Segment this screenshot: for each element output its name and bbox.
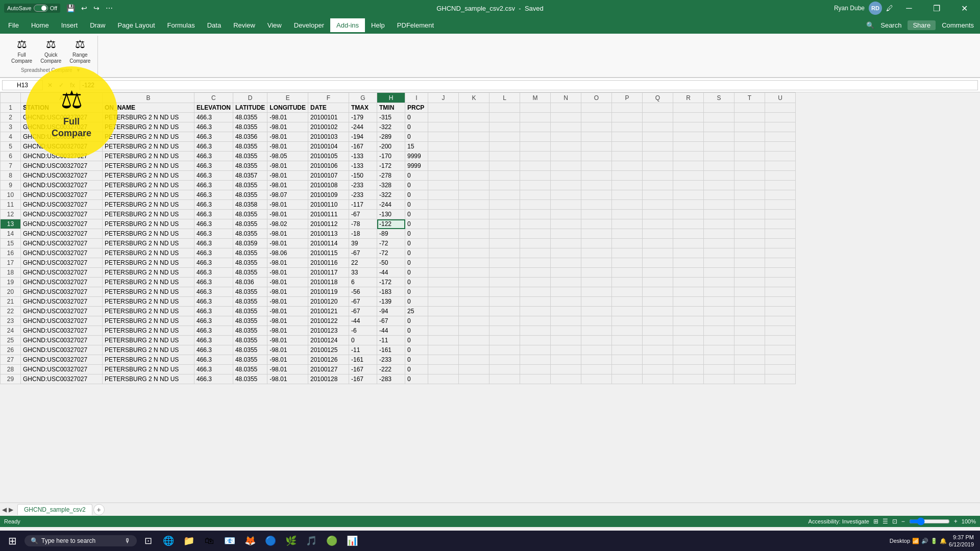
cell-K13[interactable] xyxy=(459,219,489,229)
cell-K26[interactable] xyxy=(459,345,489,355)
tab-home[interactable]: Home xyxy=(25,18,55,32)
cell-H18[interactable]: -44 xyxy=(377,268,405,278)
row-header-6[interactable]: 6 xyxy=(1,152,21,161)
cell-M19[interactable] xyxy=(520,278,551,287)
cell-B5[interactable]: PETERSBURG 2 N ND US xyxy=(103,142,194,152)
cell-O17[interactable] xyxy=(581,258,612,268)
cell-C27[interactable]: 466.3 xyxy=(194,355,233,365)
cell-J6[interactable] xyxy=(428,152,459,161)
cell-F21[interactable]: 20100120 xyxy=(308,297,349,307)
cell-E22[interactable]: -98.01 xyxy=(267,307,308,316)
col-header-K[interactable]: K xyxy=(459,93,489,103)
cell-G25[interactable]: 0 xyxy=(349,336,377,345)
cell-T6[interactable] xyxy=(734,152,765,161)
cell-Q11[interactable] xyxy=(643,200,673,210)
cell-K19[interactable] xyxy=(459,278,489,287)
cell-R21[interactable] xyxy=(673,297,704,307)
cell-L18[interactable] xyxy=(489,268,520,278)
cell-M16[interactable] xyxy=(520,248,551,258)
cell-N8[interactable] xyxy=(551,171,581,181)
cell-F23[interactable]: 20100122 xyxy=(308,316,349,326)
cell-T4[interactable] xyxy=(734,132,765,142)
cell-F16[interactable]: 20100115 xyxy=(308,248,349,258)
cell-R16[interactable] xyxy=(673,248,704,258)
cell-O24[interactable] xyxy=(581,326,612,336)
cell-L23[interactable] xyxy=(489,316,520,326)
cell-C22[interactable]: 466.3 xyxy=(194,307,233,316)
scroll-tabs-left[interactable]: ◀ xyxy=(2,506,7,513)
cell-P26[interactable] xyxy=(612,345,643,355)
cell-B29[interactable]: PETERSBURG 2 N ND US xyxy=(103,374,194,384)
cell-B22[interactable]: PETERSBURG 2 N ND US xyxy=(103,307,194,316)
cell-S24[interactable] xyxy=(704,326,734,336)
cell-G23[interactable]: -44 xyxy=(349,316,377,326)
cell-A28[interactable]: GHCND:USC00327027 xyxy=(21,365,103,374)
row-header-1[interactable]: 1 xyxy=(1,103,21,113)
cell-M10[interactable] xyxy=(520,190,551,200)
cell-A20[interactable]: GHCND:USC00327027 xyxy=(21,287,103,297)
cell-D16[interactable]: 48.0355 xyxy=(233,248,267,258)
cell-L5[interactable] xyxy=(489,142,520,152)
cell-O9[interactable] xyxy=(581,181,612,190)
cell-C1[interactable]: ELEVATION xyxy=(194,103,233,113)
row-header-21[interactable]: 21 xyxy=(1,297,21,307)
cell-H14[interactable]: -89 xyxy=(377,229,405,239)
taskbar-clock[interactable]: 9:37 PM 6/12/2019 xyxy=(949,534,974,548)
cell-P22[interactable] xyxy=(612,307,643,316)
cell-P15[interactable] xyxy=(612,239,643,248)
cell-B13[interactable]: PETERSBURG 2 N ND US xyxy=(103,219,194,229)
cell-C7[interactable]: 466.3 xyxy=(194,161,233,171)
cell-G7[interactable]: -133 xyxy=(349,161,377,171)
cell-D6[interactable]: 48.0355 xyxy=(233,152,267,161)
cell-S3[interactable] xyxy=(704,122,734,132)
autosave-switch[interactable] xyxy=(34,5,48,12)
cell-I2[interactable]: 0 xyxy=(405,113,428,122)
cell-Q3[interactable] xyxy=(643,122,673,132)
col-header-I[interactable]: I xyxy=(405,93,428,103)
cell-G16[interactable]: -67 xyxy=(349,248,377,258)
cell-U6[interactable] xyxy=(765,152,796,161)
tab-formulas[interactable]: Formulas xyxy=(161,18,201,32)
cell-J21[interactable] xyxy=(428,297,459,307)
cell-K28[interactable] xyxy=(459,365,489,374)
cell-H11[interactable]: -244 xyxy=(377,200,405,210)
cell-U18[interactable] xyxy=(765,268,796,278)
cell-J7[interactable] xyxy=(428,161,459,171)
ribbon-collapse-icon[interactable]: 🖊 xyxy=(886,4,893,12)
cell-K11[interactable] xyxy=(459,200,489,210)
cell-U15[interactable] xyxy=(765,239,796,248)
cell-U7[interactable] xyxy=(765,161,796,171)
cell-C19[interactable]: 466.3 xyxy=(194,278,233,287)
cell-T23[interactable] xyxy=(734,316,765,326)
cell-R20[interactable] xyxy=(673,287,704,297)
cell-L14[interactable] xyxy=(489,229,520,239)
cell-Q7[interactable] xyxy=(643,161,673,171)
cell-R19[interactable] xyxy=(673,278,704,287)
cell-G20[interactable]: -56 xyxy=(349,287,377,297)
cell-Q19[interactable] xyxy=(643,278,673,287)
cell-I10[interactable]: 0 xyxy=(405,190,428,200)
row-header-28[interactable]: 28 xyxy=(1,365,21,374)
app-icon-1[interactable]: 🟢 xyxy=(323,532,341,550)
close-button[interactable]: ✕ xyxy=(952,0,976,16)
cell-L16[interactable] xyxy=(489,248,520,258)
cell-B15[interactable]: PETERSBURG 2 N ND US xyxy=(103,239,194,248)
cell-P28[interactable] xyxy=(612,365,643,374)
cell-M25[interactable] xyxy=(520,336,551,345)
cell-P7[interactable] xyxy=(612,161,643,171)
cell-R22[interactable] xyxy=(673,307,704,316)
formula-input[interactable] xyxy=(80,80,978,90)
cell-H1[interactable]: TMIN xyxy=(377,103,405,113)
cell-Q29[interactable] xyxy=(643,374,673,384)
cell-Q22[interactable] xyxy=(643,307,673,316)
redo-icon[interactable]: ↪ xyxy=(91,3,102,13)
cell-U8[interactable] xyxy=(765,171,796,181)
edge-icon[interactable]: 🌐 xyxy=(159,532,178,550)
taskbar-search[interactable]: 🔍 Type here to search 🎙 xyxy=(24,535,137,546)
cell-H2[interactable]: -315 xyxy=(377,113,405,122)
cell-A4[interactable]: GHCND:USC00327027 xyxy=(21,132,103,142)
cell-A24[interactable]: GHCND:USC00327027 xyxy=(21,326,103,336)
cell-A10[interactable]: GHCND:USC00327027 xyxy=(21,190,103,200)
cell-M8[interactable] xyxy=(520,171,551,181)
cell-L2[interactable] xyxy=(489,113,520,122)
